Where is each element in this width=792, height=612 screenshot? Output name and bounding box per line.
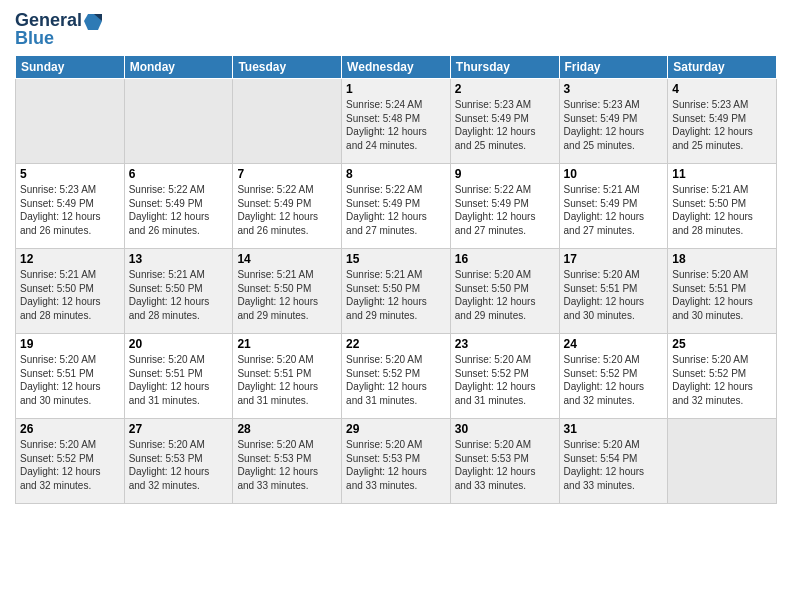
day-number: 29 (346, 422, 446, 436)
day-info: Sunrise: 5:20 AM Sunset: 5:51 PM Dayligh… (20, 353, 120, 407)
day-number: 14 (237, 252, 337, 266)
day-info: Sunrise: 5:22 AM Sunset: 5:49 PM Dayligh… (346, 183, 446, 237)
day-number: 2 (455, 82, 555, 96)
day-number: 17 (564, 252, 664, 266)
day-number: 27 (129, 422, 229, 436)
day-info: Sunrise: 5:23 AM Sunset: 5:49 PM Dayligh… (20, 183, 120, 237)
day-number: 24 (564, 337, 664, 351)
calendar-cell: 21Sunrise: 5:20 AM Sunset: 5:51 PM Dayli… (233, 334, 342, 419)
day-info: Sunrise: 5:20 AM Sunset: 5:53 PM Dayligh… (237, 438, 337, 492)
calendar-table: SundayMondayTuesdayWednesdayThursdayFrid… (15, 55, 777, 504)
day-number: 3 (564, 82, 664, 96)
day-number: 18 (672, 252, 772, 266)
calendar-cell: 30Sunrise: 5:20 AM Sunset: 5:53 PM Dayli… (450, 419, 559, 504)
calendar-cell: 6Sunrise: 5:22 AM Sunset: 5:49 PM Daylig… (124, 164, 233, 249)
weekday-header-tuesday: Tuesday (233, 56, 342, 79)
day-info: Sunrise: 5:20 AM Sunset: 5:53 PM Dayligh… (346, 438, 446, 492)
calendar-cell: 20Sunrise: 5:20 AM Sunset: 5:51 PM Dayli… (124, 334, 233, 419)
day-number: 20 (129, 337, 229, 351)
day-number: 8 (346, 167, 446, 181)
day-number: 6 (129, 167, 229, 181)
calendar-cell: 5Sunrise: 5:23 AM Sunset: 5:49 PM Daylig… (16, 164, 125, 249)
weekday-header-saturday: Saturday (668, 56, 777, 79)
calendar-cell: 14Sunrise: 5:21 AM Sunset: 5:50 PM Dayli… (233, 249, 342, 334)
day-info: Sunrise: 5:20 AM Sunset: 5:51 PM Dayligh… (672, 268, 772, 322)
day-info: Sunrise: 5:23 AM Sunset: 5:49 PM Dayligh… (672, 98, 772, 152)
logo: General Blue (15, 10, 102, 49)
calendar-week-row: 26Sunrise: 5:20 AM Sunset: 5:52 PM Dayli… (16, 419, 777, 504)
day-number: 4 (672, 82, 772, 96)
calendar-cell (233, 79, 342, 164)
day-number: 19 (20, 337, 120, 351)
day-info: Sunrise: 5:20 AM Sunset: 5:51 PM Dayligh… (129, 353, 229, 407)
day-number: 31 (564, 422, 664, 436)
calendar-cell: 11Sunrise: 5:21 AM Sunset: 5:50 PM Dayli… (668, 164, 777, 249)
calendar-cell: 4Sunrise: 5:23 AM Sunset: 5:49 PM Daylig… (668, 79, 777, 164)
calendar-cell: 27Sunrise: 5:20 AM Sunset: 5:53 PM Dayli… (124, 419, 233, 504)
day-info: Sunrise: 5:21 AM Sunset: 5:50 PM Dayligh… (20, 268, 120, 322)
weekday-header-sunday: Sunday (16, 56, 125, 79)
calendar-header-row: SundayMondayTuesdayWednesdayThursdayFrid… (16, 56, 777, 79)
day-info: Sunrise: 5:20 AM Sunset: 5:52 PM Dayligh… (564, 353, 664, 407)
day-info: Sunrise: 5:20 AM Sunset: 5:51 PM Dayligh… (564, 268, 664, 322)
calendar-cell: 24Sunrise: 5:20 AM Sunset: 5:52 PM Dayli… (559, 334, 668, 419)
calendar-week-row: 19Sunrise: 5:20 AM Sunset: 5:51 PM Dayli… (16, 334, 777, 419)
weekday-header-wednesday: Wednesday (342, 56, 451, 79)
day-number: 7 (237, 167, 337, 181)
calendar-cell: 28Sunrise: 5:20 AM Sunset: 5:53 PM Dayli… (233, 419, 342, 504)
calendar-cell: 3Sunrise: 5:23 AM Sunset: 5:49 PM Daylig… (559, 79, 668, 164)
calendar-cell: 31Sunrise: 5:20 AM Sunset: 5:54 PM Dayli… (559, 419, 668, 504)
day-number: 30 (455, 422, 555, 436)
day-info: Sunrise: 5:20 AM Sunset: 5:53 PM Dayligh… (455, 438, 555, 492)
calendar-cell: 22Sunrise: 5:20 AM Sunset: 5:52 PM Dayli… (342, 334, 451, 419)
day-number: 25 (672, 337, 772, 351)
calendar-cell: 18Sunrise: 5:20 AM Sunset: 5:51 PM Dayli… (668, 249, 777, 334)
day-info: Sunrise: 5:20 AM Sunset: 5:51 PM Dayligh… (237, 353, 337, 407)
day-info: Sunrise: 5:20 AM Sunset: 5:52 PM Dayligh… (20, 438, 120, 492)
calendar-cell: 12Sunrise: 5:21 AM Sunset: 5:50 PM Dayli… (16, 249, 125, 334)
calendar-week-row: 5Sunrise: 5:23 AM Sunset: 5:49 PM Daylig… (16, 164, 777, 249)
day-number: 12 (20, 252, 120, 266)
day-number: 28 (237, 422, 337, 436)
day-info: Sunrise: 5:22 AM Sunset: 5:49 PM Dayligh… (237, 183, 337, 237)
weekday-header-thursday: Thursday (450, 56, 559, 79)
day-info: Sunrise: 5:23 AM Sunset: 5:49 PM Dayligh… (455, 98, 555, 152)
calendar-cell (124, 79, 233, 164)
calendar-cell (668, 419, 777, 504)
day-number: 23 (455, 337, 555, 351)
calendar-cell: 25Sunrise: 5:20 AM Sunset: 5:52 PM Dayli… (668, 334, 777, 419)
day-info: Sunrise: 5:21 AM Sunset: 5:50 PM Dayligh… (129, 268, 229, 322)
calendar-cell: 13Sunrise: 5:21 AM Sunset: 5:50 PM Dayli… (124, 249, 233, 334)
calendar-cell: 23Sunrise: 5:20 AM Sunset: 5:52 PM Dayli… (450, 334, 559, 419)
day-info: Sunrise: 5:21 AM Sunset: 5:50 PM Dayligh… (346, 268, 446, 322)
day-info: Sunrise: 5:20 AM Sunset: 5:52 PM Dayligh… (672, 353, 772, 407)
weekday-header-friday: Friday (559, 56, 668, 79)
day-number: 13 (129, 252, 229, 266)
calendar-week-row: 1Sunrise: 5:24 AM Sunset: 5:48 PM Daylig… (16, 79, 777, 164)
day-info: Sunrise: 5:21 AM Sunset: 5:50 PM Dayligh… (672, 183, 772, 237)
calendar-cell: 8Sunrise: 5:22 AM Sunset: 5:49 PM Daylig… (342, 164, 451, 249)
day-number: 16 (455, 252, 555, 266)
calendar-week-row: 12Sunrise: 5:21 AM Sunset: 5:50 PM Dayli… (16, 249, 777, 334)
day-number: 21 (237, 337, 337, 351)
calendar-cell: 15Sunrise: 5:21 AM Sunset: 5:50 PM Dayli… (342, 249, 451, 334)
day-info: Sunrise: 5:20 AM Sunset: 5:50 PM Dayligh… (455, 268, 555, 322)
calendar-cell (16, 79, 125, 164)
day-info: Sunrise: 5:23 AM Sunset: 5:49 PM Dayligh… (564, 98, 664, 152)
day-info: Sunrise: 5:22 AM Sunset: 5:49 PM Dayligh… (129, 183, 229, 237)
day-info: Sunrise: 5:20 AM Sunset: 5:52 PM Dayligh… (455, 353, 555, 407)
day-info: Sunrise: 5:20 AM Sunset: 5:54 PM Dayligh… (564, 438, 664, 492)
calendar-cell: 9Sunrise: 5:22 AM Sunset: 5:49 PM Daylig… (450, 164, 559, 249)
day-info: Sunrise: 5:21 AM Sunset: 5:49 PM Dayligh… (564, 183, 664, 237)
logo-blue: Blue (15, 28, 54, 49)
calendar-cell: 29Sunrise: 5:20 AM Sunset: 5:53 PM Dayli… (342, 419, 451, 504)
calendar-cell: 7Sunrise: 5:22 AM Sunset: 5:49 PM Daylig… (233, 164, 342, 249)
calendar-cell: 17Sunrise: 5:20 AM Sunset: 5:51 PM Dayli… (559, 249, 668, 334)
day-info: Sunrise: 5:20 AM Sunset: 5:53 PM Dayligh… (129, 438, 229, 492)
weekday-header-monday: Monday (124, 56, 233, 79)
day-number: 26 (20, 422, 120, 436)
day-info: Sunrise: 5:24 AM Sunset: 5:48 PM Dayligh… (346, 98, 446, 152)
calendar-cell: 19Sunrise: 5:20 AM Sunset: 5:51 PM Dayli… (16, 334, 125, 419)
day-number: 22 (346, 337, 446, 351)
calendar-cell: 1Sunrise: 5:24 AM Sunset: 5:48 PM Daylig… (342, 79, 451, 164)
